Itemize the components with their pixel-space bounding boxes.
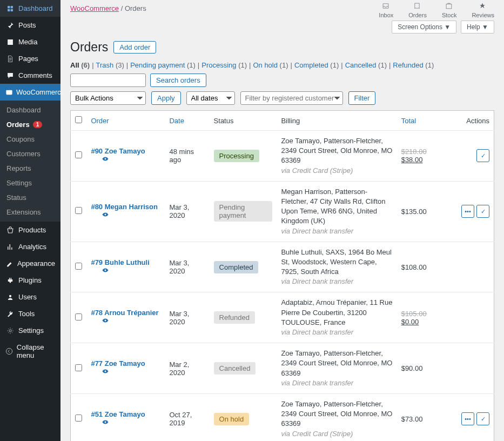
sidebar-sub-label: Customers	[6, 150, 41, 158]
topbar-orders[interactable]: Orders	[408, 2, 427, 18]
total-original: $218.00	[401, 148, 427, 156]
total: $90.00	[401, 364, 423, 372]
preview-icon[interactable]	[102, 368, 109, 377]
svg-rect-0	[6, 90, 12, 94]
more-actions-button[interactable]: •••	[461, 205, 474, 218]
sidebar-sub-label: Orders	[6, 121, 30, 129]
order-row[interactable]: #79 Buhle LuthuliMar 3, 2020CompletedBuh…	[71, 242, 494, 292]
billing-address: Zoe Tamayo, Patterson-Fletcher, 2349 Cou…	[281, 137, 392, 164]
order-link[interactable]: #90 Zoe Tamayo	[91, 147, 145, 155]
bulk-actions-select[interactable]: Bulk Actions	[70, 91, 146, 105]
preview-icon[interactable]	[102, 211, 109, 220]
sidebar-analytics[interactable]: Analytics	[0, 238, 61, 255]
order-link[interactable]: #79 Buhle Luthuli	[91, 258, 149, 266]
row-checkbox[interactable]	[75, 207, 82, 214]
sidebar-sub-coupons[interactable]: Coupons	[0, 132, 61, 146]
order-link[interactable]: #51 Zoe Tamayo	[91, 410, 145, 418]
sidebar-pages[interactable]: Pages	[0, 50, 61, 67]
sidebar-sub-customers[interactable]: Customers	[0, 146, 61, 161]
topbar-stock[interactable]: Stock	[442, 2, 457, 18]
order-link[interactable]: #78 Arnou Trépanier	[91, 309, 158, 317]
search-input[interactable]	[70, 74, 146, 87]
view-trash[interactable]: Trash (3)	[96, 61, 124, 69]
sidebar-item-label: Comments	[18, 71, 52, 79]
sidebar-settings[interactable]: Settings	[0, 322, 61, 339]
view-completed[interactable]: Completed (1)	[294, 61, 339, 69]
order-row[interactable]: #51 Zoe TamayoOct 27, 2019On holdZoe Tam…	[71, 393, 494, 441]
filter-button[interactable]: Filter	[348, 91, 376, 105]
preview-icon[interactable]	[102, 266, 109, 276]
view-processing[interactable]: Processing (1)	[201, 61, 247, 69]
status-badge: Cancelled	[214, 362, 256, 375]
col-order-header[interactable]: Order	[91, 117, 109, 125]
svg-point-1	[9, 295, 11, 297]
complete-button[interactable]: ✓	[476, 149, 489, 162]
row-checkbox[interactable]	[75, 364, 82, 371]
breadcrumb-woo[interactable]: WooCommerce	[70, 4, 119, 12]
order-link[interactable]: #77 Zoe Tamayo	[91, 359, 145, 368]
page-icon	[5, 55, 15, 63]
sidebar-dashboard[interactable]: Dashboard	[0, 0, 61, 17]
sidebar-appearance[interactable]: Appearance	[0, 255, 61, 272]
view-on-hold[interactable]: On hold (1)	[253, 61, 288, 69]
sidebar-media[interactable]: Media	[0, 34, 61, 50]
sidebar-woocommerce[interactable]: WooCommerce	[0, 84, 61, 101]
row-checkbox[interactable]	[75, 313, 82, 320]
order-date: 48 mins ago	[165, 131, 209, 182]
preview-icon[interactable]	[102, 418, 109, 427]
order-row[interactable]: #90 Zoe Tamayo48 mins agoProcessingZoe T…	[71, 131, 494, 182]
sidebar-sub-reports[interactable]: Reports	[0, 161, 61, 176]
sidebar-collapse-menu[interactable]: Collapse menu	[0, 339, 61, 364]
sidebar-plugins[interactable]: Plugins	[0, 272, 61, 289]
view-pending-payment[interactable]: Pending payment (1)	[130, 61, 196, 69]
sidebar-products[interactable]: Products	[0, 222, 61, 238]
add-order-button[interactable]: Add order	[113, 41, 156, 54]
sidebar-item-label: Collapse menu	[17, 343, 55, 359]
pin-icon	[5, 22, 15, 29]
order-link[interactable]: #80 Megan Harrison	[91, 203, 158, 211]
row-checkbox[interactable]	[75, 263, 82, 270]
topbar-reviews[interactable]: Reviews	[472, 2, 494, 18]
sidebar-item-label: Posts	[18, 21, 36, 29]
sidebar-sub-extensions[interactable]: Extensions	[0, 205, 61, 219]
topbar-inbox[interactable]: Inbox	[379, 2, 393, 18]
sidebar-posts[interactable]: Posts	[0, 17, 61, 34]
apply-button[interactable]: Apply	[151, 91, 181, 105]
search-orders-button[interactable]: Search orders	[150, 74, 206, 87]
sidebar-tools[interactable]: Tools	[0, 305, 61, 322]
complete-button[interactable]: ✓	[476, 412, 489, 425]
customer-filter-select[interactable]: Filter by registered customer	[240, 91, 343, 105]
col-date-header[interactable]: Date	[169, 117, 184, 125]
help-button[interactable]: Help ▼	[461, 21, 494, 34]
sidebar-sub-status[interactable]: Status	[0, 190, 61, 205]
row-checkbox[interactable]	[75, 151, 82, 158]
order-row[interactable]: #78 Arnou TrépanierMar 3, 2020RefundedAd…	[71, 292, 494, 343]
sidebar-users[interactable]: Users	[0, 289, 61, 305]
order-date: Mar 3, 2020	[165, 242, 209, 292]
order-row[interactable]: #77 Zoe TamayoMar 2, 2020CancelledZoe Ta…	[71, 343, 494, 394]
view-all[interactable]: All (6)	[70, 61, 90, 69]
order-row[interactable]: #80 Megan HarrisonMar 3, 2020Pending pay…	[71, 181, 494, 242]
preview-icon[interactable]	[102, 317, 109, 326]
row-checkbox[interactable]	[75, 415, 82, 422]
sidebar-sub-label: Coupons	[6, 135, 35, 143]
sidebar-sub-orders[interactable]: Orders1	[0, 117, 61, 132]
view-refunded[interactable]: Refunded (1)	[393, 61, 434, 69]
sidebar-sub-label: Reports	[6, 164, 31, 172]
sidebar-sub-settings[interactable]: Settings	[0, 176, 61, 190]
preview-icon[interactable]	[102, 155, 109, 164]
date-filter-select[interactable]: All dates	[186, 91, 235, 105]
plugins-icon	[5, 277, 15, 284]
sidebar-woo-submenu: DashboardOrders1CouponsCustomersReportsS…	[0, 101, 61, 222]
sidebar-sub-dashboard[interactable]: Dashboard	[0, 103, 61, 117]
screen-options-button[interactable]: Screen Options ▼	[392, 21, 456, 34]
woo-icon	[5, 89, 13, 96]
more-actions-button[interactable]: •••	[461, 412, 474, 425]
col-total-header[interactable]: Total	[401, 117, 416, 125]
status-badge: On hold	[214, 413, 250, 425]
view-cancelled[interactable]: Cancelled (1)	[345, 61, 387, 69]
sidebar-comments[interactable]: Comments	[0, 67, 61, 84]
select-all-checkbox[interactable]	[75, 116, 82, 123]
billing-address: Zoe Tamayo, Patterson-Fletcher, 2349 Cou…	[281, 400, 392, 427]
complete-button[interactable]: ✓	[476, 205, 489, 218]
